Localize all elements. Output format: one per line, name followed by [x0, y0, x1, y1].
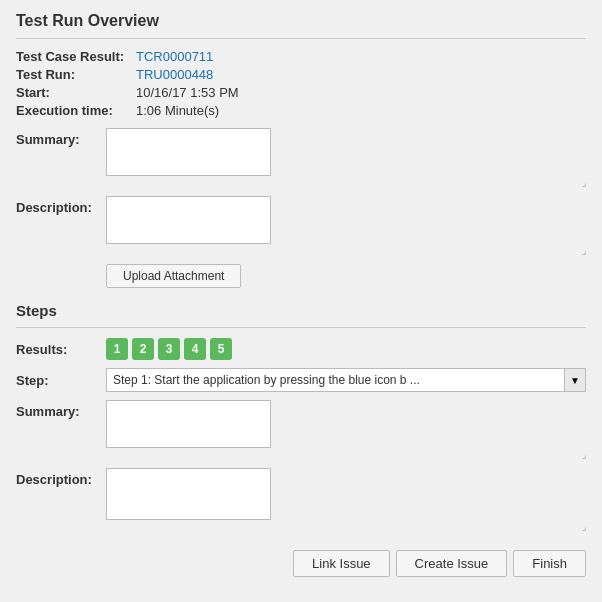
- steps-summary-resize: ⌟: [106, 451, 586, 460]
- description-row: Description: ⌟: [16, 196, 586, 256]
- results-label: Results:: [16, 342, 106, 357]
- step-dropdown-row: Step: Step 1: Start the application by p…: [16, 368, 586, 392]
- execution-row: Execution time: 1:06 Minute(s): [16, 103, 586, 118]
- page-title: Test Run Overview: [16, 12, 586, 30]
- footer-buttons: Link Issue Create Issue Finish: [16, 542, 586, 577]
- description-textarea[interactable]: [106, 196, 271, 244]
- step-select-text[interactable]: Step 1: Start the application by pressin…: [106, 368, 565, 392]
- step-badge-5[interactable]: 5: [210, 338, 232, 360]
- upload-attachment-button[interactable]: Upload Attachment: [106, 264, 241, 288]
- results-row: Results: 1 2 3 4 5: [16, 338, 586, 360]
- step-badge-1[interactable]: 1: [106, 338, 128, 360]
- summary-label: Summary:: [16, 128, 106, 147]
- execution-label: Execution time:: [16, 103, 136, 118]
- summary-row: Summary: ⌟: [16, 128, 586, 188]
- step-label: Step:: [16, 373, 106, 388]
- main-container: Test Run Overview Test Case Result: TCR0…: [0, 0, 602, 602]
- summary-resize: ⌟: [106, 179, 586, 188]
- step-badge-3[interactable]: 3: [158, 338, 180, 360]
- summary-textarea[interactable]: [106, 128, 271, 176]
- steps-description-textarea[interactable]: [106, 468, 271, 520]
- finish-button[interactable]: Finish: [513, 550, 586, 577]
- section-divider-top: [16, 38, 586, 39]
- test-run-value: TRU0000448: [136, 67, 213, 82]
- steps-summary-label: Summary:: [16, 400, 106, 419]
- steps-description-label: Description:: [16, 468, 106, 487]
- steps-description-row: Description: ⌟: [16, 468, 586, 532]
- test-case-result-value: TCR0000711: [136, 49, 213, 64]
- test-run-row: Test Run: TRU0000448: [16, 67, 586, 82]
- steps-title: Steps: [16, 302, 586, 319]
- step-badge-4[interactable]: 4: [184, 338, 206, 360]
- create-issue-button[interactable]: Create Issue: [396, 550, 508, 577]
- step-dropdown-arrow[interactable]: ▼: [564, 368, 586, 392]
- start-value: 10/16/17 1:53 PM: [136, 85, 239, 100]
- step-badge-2[interactable]: 2: [132, 338, 154, 360]
- steps-summary-textarea[interactable]: [106, 400, 271, 448]
- start-label: Start:: [16, 85, 136, 100]
- execution-value: 1:06 Minute(s): [136, 103, 219, 118]
- steps-summary-row: Summary: ⌟: [16, 400, 586, 460]
- link-issue-button[interactable]: Link Issue: [293, 550, 390, 577]
- description-label: Description:: [16, 196, 106, 215]
- section-divider-steps: [16, 327, 586, 328]
- test-case-result-row: Test Case Result: TCR0000711: [16, 49, 586, 64]
- step-badges: 1 2 3 4 5: [106, 338, 232, 360]
- steps-description-resize: ⌟: [106, 523, 586, 532]
- step-select-container: Step 1: Start the application by pressin…: [106, 368, 586, 392]
- start-row: Start: 10/16/17 1:53 PM: [16, 85, 586, 100]
- chevron-down-icon: ▼: [570, 375, 580, 386]
- test-case-result-label: Test Case Result:: [16, 49, 136, 64]
- info-table: Test Case Result: TCR0000711 Test Run: T…: [16, 49, 586, 118]
- description-resize: ⌟: [106, 247, 586, 256]
- test-run-label: Test Run:: [16, 67, 136, 82]
